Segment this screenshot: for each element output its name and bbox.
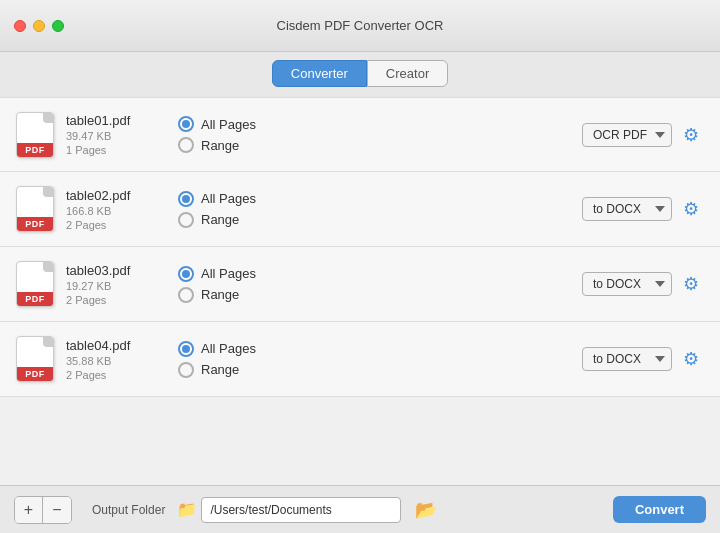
file-info: table03.pdf 19.27 KB 2 Pages bbox=[66, 263, 146, 306]
settings-button[interactable]: ⚙ bbox=[678, 196, 704, 222]
folder-icon-wrap: 📁 bbox=[177, 497, 401, 523]
file-pages: 1 Pages bbox=[66, 144, 146, 156]
minimize-button[interactable] bbox=[33, 20, 45, 32]
range-radio[interactable] bbox=[178, 212, 194, 228]
file-name: table01.pdf bbox=[66, 113, 146, 128]
gear-icon: ⚙ bbox=[683, 124, 699, 146]
add-file-button[interactable]: + bbox=[15, 497, 43, 523]
pdf-icon: PDF bbox=[16, 186, 54, 232]
pdf-icon: PDF bbox=[16, 336, 54, 382]
file-info: table02.pdf 166.8 KB 2 Pages bbox=[66, 188, 146, 231]
table-row: PDF table01.pdf 39.47 KB 1 Pages All Pag… bbox=[0, 97, 720, 172]
all-pages-radio[interactable] bbox=[178, 191, 194, 207]
output-path-input[interactable] bbox=[201, 497, 401, 523]
convert-button[interactable]: Convert bbox=[613, 496, 706, 523]
settings-button[interactable]: ⚙ bbox=[678, 346, 704, 372]
conversion-control: to DOCX OCR PDF to PDF ⚙ bbox=[582, 196, 704, 222]
all-pages-label: All Pages bbox=[201, 266, 256, 281]
range-option[interactable]: Range bbox=[178, 212, 256, 228]
range-label: Range bbox=[201, 287, 239, 302]
all-pages-option[interactable]: All Pages bbox=[178, 191, 256, 207]
page-selection: All Pages Range bbox=[178, 116, 256, 153]
page-selection: All Pages Range bbox=[178, 341, 256, 378]
add-remove-controls: + − bbox=[14, 496, 72, 524]
browse-button[interactable]: 📂 bbox=[413, 497, 439, 523]
folder-icon: 📁 bbox=[177, 500, 197, 519]
browse-icon: 📂 bbox=[415, 499, 437, 521]
conversion-control: to DOCX OCR PDF to PDF ⚙ bbox=[582, 271, 704, 297]
bottom-bar: + − Output Folder 📁 📂 Convert bbox=[0, 485, 720, 533]
range-label: Range bbox=[201, 138, 239, 153]
range-radio[interactable] bbox=[178, 137, 194, 153]
range-option[interactable]: Range bbox=[178, 362, 256, 378]
table-row: PDF table02.pdf 166.8 KB 2 Pages All Pag… bbox=[0, 172, 720, 247]
remove-file-button[interactable]: − bbox=[43, 497, 71, 523]
file-size: 35.88 KB bbox=[66, 355, 146, 367]
all-pages-option[interactable]: All Pages bbox=[178, 116, 256, 132]
conversion-dropdown[interactable]: to DOCX OCR PDF to PDF bbox=[582, 347, 672, 371]
gear-icon: ⚙ bbox=[683, 348, 699, 370]
gear-icon: ⚙ bbox=[683, 273, 699, 295]
all-pages-label: All Pages bbox=[201, 117, 256, 132]
pdf-icon: PDF bbox=[16, 112, 54, 158]
all-pages-label: All Pages bbox=[201, 191, 256, 206]
range-option[interactable]: Range bbox=[178, 137, 256, 153]
page-selection: All Pages Range bbox=[178, 266, 256, 303]
pdf-icon: PDF bbox=[16, 261, 54, 307]
pdf-label: PDF bbox=[17, 292, 53, 306]
maximize-button[interactable] bbox=[52, 20, 64, 32]
all-pages-radio[interactable] bbox=[178, 341, 194, 357]
pdf-label: PDF bbox=[17, 143, 53, 157]
gear-icon: ⚙ bbox=[683, 198, 699, 220]
file-list: PDF table01.pdf 39.47 KB 1 Pages All Pag… bbox=[0, 97, 720, 485]
settings-button[interactable]: ⚙ bbox=[678, 271, 704, 297]
all-pages-option[interactable]: All Pages bbox=[178, 341, 256, 357]
file-name: table04.pdf bbox=[66, 338, 146, 353]
app-title: Cisdem PDF Converter OCR bbox=[277, 18, 444, 33]
range-option[interactable]: Range bbox=[178, 287, 256, 303]
file-size: 19.27 KB bbox=[66, 280, 146, 292]
tab-creator[interactable]: Creator bbox=[367, 60, 448, 87]
output-folder-label: Output Folder bbox=[92, 503, 165, 517]
pdf-label: PDF bbox=[17, 367, 53, 381]
tab-converter[interactable]: Converter bbox=[272, 60, 367, 87]
file-info: table04.pdf 35.88 KB 2 Pages bbox=[66, 338, 146, 381]
file-name: table02.pdf bbox=[66, 188, 146, 203]
conversion-control: to DOCX OCR PDF to PDF ⚙ bbox=[582, 346, 704, 372]
all-pages-radio[interactable] bbox=[178, 116, 194, 132]
table-row: PDF table03.pdf 19.27 KB 2 Pages All Pag… bbox=[0, 247, 720, 322]
all-pages-radio[interactable] bbox=[178, 266, 194, 282]
range-label: Range bbox=[201, 362, 239, 377]
file-pages: 2 Pages bbox=[66, 369, 146, 381]
file-pages: 2 Pages bbox=[66, 219, 146, 231]
range-radio[interactable] bbox=[178, 362, 194, 378]
conversion-dropdown[interactable]: OCR PDF to DOCX to PDF bbox=[582, 123, 672, 147]
file-size: 166.8 KB bbox=[66, 205, 146, 217]
all-pages-label: All Pages bbox=[201, 341, 256, 356]
file-name: table03.pdf bbox=[66, 263, 146, 278]
range-radio[interactable] bbox=[178, 287, 194, 303]
conversion-dropdown[interactable]: to DOCX OCR PDF to PDF bbox=[582, 197, 672, 221]
file-size: 39.47 KB bbox=[66, 130, 146, 142]
pdf-label: PDF bbox=[17, 217, 53, 231]
tab-bar: Converter Creator bbox=[0, 52, 720, 97]
traffic-lights bbox=[14, 20, 64, 32]
all-pages-option[interactable]: All Pages bbox=[178, 266, 256, 282]
settings-button[interactable]: ⚙ bbox=[678, 122, 704, 148]
title-bar: Cisdem PDF Converter OCR bbox=[0, 0, 720, 52]
conversion-dropdown[interactable]: to DOCX OCR PDF to PDF bbox=[582, 272, 672, 296]
page-selection: All Pages Range bbox=[178, 191, 256, 228]
conversion-control: OCR PDF to DOCX to PDF ⚙ bbox=[582, 122, 704, 148]
close-button[interactable] bbox=[14, 20, 26, 32]
range-label: Range bbox=[201, 212, 239, 227]
file-pages: 2 Pages bbox=[66, 294, 146, 306]
table-row: PDF table04.pdf 35.88 KB 2 Pages All Pag… bbox=[0, 322, 720, 397]
file-info: table01.pdf 39.47 KB 1 Pages bbox=[66, 113, 146, 156]
